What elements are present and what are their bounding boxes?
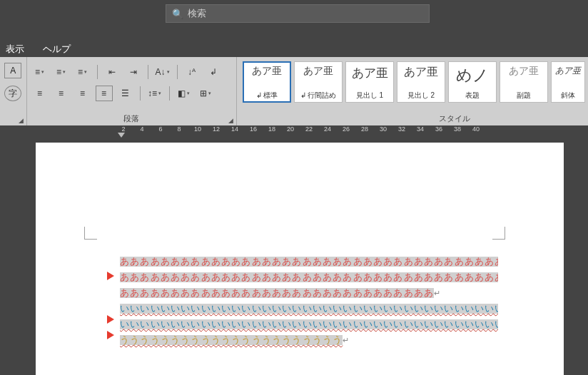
style-heading2[interactable]: あア亜 見出し 2 — [397, 61, 445, 103]
multilevel-button[interactable]: ≡▾ — [74, 64, 91, 80]
group-font: A 字 ◢ — [0, 57, 27, 125]
align-center-button[interactable]: ≡ — [53, 86, 70, 101]
margin-corner-tr — [492, 227, 505, 240]
search-box[interactable]: 🔍 検索 — [166, 4, 430, 23]
sort-button[interactable]: A↓▾ — [154, 64, 171, 80]
style-title[interactable]: めノ 表題 — [448, 61, 497, 103]
font-dialog-launcher[interactable]: ◢ — [19, 117, 24, 124]
callout-arrow-icon — [107, 331, 114, 339]
text-run[interactable]: ああああああああああああああああああああああああああああああああああああああああ — [120, 257, 498, 267]
text-run[interactable]: ああああああああああああああああああああああああああああああああああああああああ — [120, 272, 498, 282]
document-body[interactable]: ああああああああああああああああああああああああああああああああああああああああ… — [120, 254, 498, 348]
style-normal[interactable]: あア亜 ↲ 標準 — [243, 61, 291, 103]
increase-indent-button[interactable]: ⇥ — [125, 64, 142, 80]
styles-group-label: スタイル — [439, 113, 470, 124]
text-run[interactable]: あああああああああああああああああああああああああああああああ — [120, 288, 434, 298]
para-mark-icon: ↵ — [343, 336, 350, 344]
ruler-ticks: 24 68 1012 1416 1820 2224 2628 3032 3436… — [114, 125, 485, 133]
paragraph-dialog-launcher[interactable]: ◢ — [228, 117, 233, 124]
menu-help[interactable]: ヘルプ — [40, 40, 74, 58]
ruler[interactable]: 24 68 1012 1416 1820 2224 2628 3032 3436… — [0, 125, 588, 141]
style-subtitle[interactable]: あア亜 副題 — [500, 61, 548, 103]
para-mark-icon: ↵ — [434, 289, 441, 297]
borders-button[interactable]: ⊞▾ — [197, 86, 214, 101]
shading-button[interactable]: ◧▾ — [176, 86, 193, 101]
align-left-button[interactable]: ≡ — [31, 86, 49, 101]
text-run[interactable]: いいいいいいいいいいいいいいいいいいいいいいいいいいいいいいいいいいいいいいいい — [120, 319, 498, 329]
justify-button[interactable]: ≡ — [96, 86, 113, 101]
style-no-spacing[interactable]: あア亜 ↲ 行間詰め — [294, 61, 343, 103]
asian-layout-button[interactable]: ↓ᴬ — [183, 64, 201, 80]
enclose-char-button[interactable]: 字 — [4, 86, 21, 101]
style-heading1[interactable]: あア亜 見出し 1 — [345, 61, 394, 103]
text-run[interactable]: うううううううううううううううううううううう — [120, 335, 343, 345]
char-border-button[interactable]: A — [4, 63, 21, 78]
show-marks-button[interactable]: ↲ — [205, 64, 222, 80]
text-run[interactable]: いいいいいいいいいいいいいいいいいいいいいいいいいいいいいいいいいいいいいいいい — [120, 304, 498, 314]
ribbon: A 字 ◢ ≡▾ ≡▾ ≡▾ ⇤ ⇥ A↓▾ ↓ᴬ ↲ ≡ ≡ ≡ ≡ ☰ ↕≡… — [0, 57, 588, 125]
group-paragraph: ≡▾ ≡▾ ≡▾ ⇤ ⇥ A↓▾ ↓ᴬ ↲ ≡ ≡ ≡ ≡ ☰ ↕≡▾ ◧▾ ⊞… — [27, 57, 237, 125]
margin-corner-tl — [84, 227, 97, 240]
indent-marker[interactable] — [118, 133, 125, 138]
group-styles: あア亜 ↲ 標準 あア亜 ↲ 行間詰め あア亜 見出し 1 あア亜 見出し 2 … — [237, 57, 588, 125]
distributed-button[interactable]: ☰ — [117, 86, 134, 101]
paragraph-group-label: 段落 — [123, 113, 139, 124]
search-icon: 🔍 — [172, 9, 183, 19]
menu-view[interactable]: 表示 — [3, 40, 27, 58]
numbering-button[interactable]: ≡▾ — [53, 64, 70, 80]
callout-arrow-icon — [107, 272, 114, 280]
search-placeholder: 検索 — [188, 7, 206, 20]
decrease-indent-button[interactable]: ⇤ — [103, 64, 121, 80]
bullets-button[interactable]: ≡▾ — [31, 64, 49, 80]
menu-bar: 表示 ヘルプ — [3, 40, 74, 58]
line-spacing-button[interactable]: ↕≡▾ — [146, 86, 163, 101]
style-italic[interactable]: あア亜 斜体 — [551, 61, 585, 103]
align-right-button[interactable]: ≡ — [74, 86, 91, 101]
callout-arrow-icon — [107, 315, 114, 324]
